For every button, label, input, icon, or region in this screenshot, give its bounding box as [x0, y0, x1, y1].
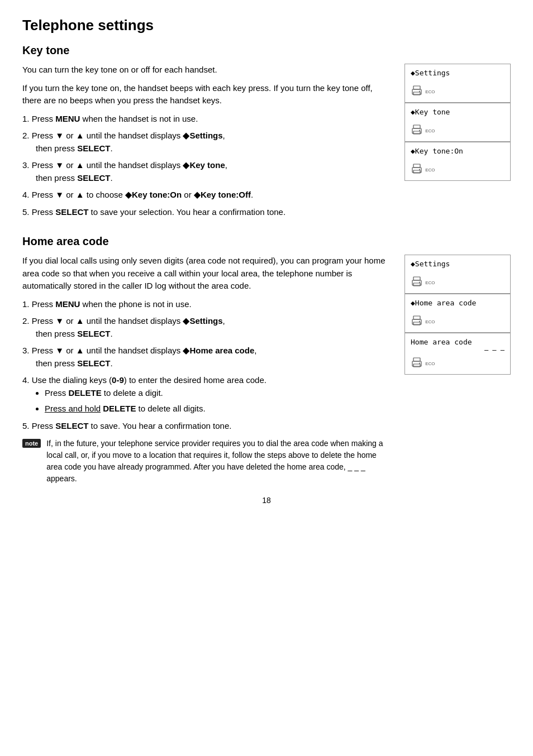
- eco-printer-icon-3: ECO: [411, 164, 435, 176]
- svg-point-19: [419, 321, 420, 322]
- hac-step-2: 2. Press ▼ or ▲ until the handset displa…: [22, 315, 393, 340]
- svg-point-11: [419, 169, 420, 170]
- hac-screen3-line1: Home area code: [411, 338, 505, 346]
- hac-screen2-icon-row: ECO: [411, 315, 505, 328]
- hac-step-5: 5. Press SELECT to save. You hear a conf…: [22, 420, 393, 433]
- hac-bullet-2: Press and hold DELETE to delete all digi…: [45, 403, 393, 415]
- key-tone-screen-1: ◆Settings ECO: [404, 64, 511, 103]
- hac-screen-1: ◆Settings ECO: [404, 255, 511, 294]
- key-tone-step-2: 2. Press ▼ or ▲ until the handset displa…: [22, 130, 393, 155]
- svg-rect-5: [413, 125, 420, 128]
- note-text: If, in the future, your telephone servic…: [46, 438, 393, 485]
- key-tone-steps: 1. Press MENU when the handset is not in…: [22, 113, 393, 219]
- key-tone-screens: ◆Settings ECO ◆Key tone: [404, 64, 511, 181]
- screen1-text: ◆Settings: [411, 69, 505, 77]
- key-tone-content: You can turn the key tone on or off for …: [22, 64, 393, 224]
- step-num: 3.: [22, 346, 32, 355]
- key-tone-heading: Key tone: [22, 44, 511, 57]
- hac-screen3-icon-row: ECO: [411, 357, 505, 370]
- svg-point-15: [419, 282, 420, 283]
- screen3-icon-row: ECO: [411, 164, 505, 176]
- hac-bullets: Press DELETE to delete a digit. Press an…: [45, 387, 393, 415]
- key-tone-screen-3: ◆Key tone:On ECO: [404, 142, 511, 181]
- step-num: 1.: [22, 114, 32, 123]
- hac-screen1-icon-row: ECO: [411, 276, 505, 289]
- svg-rect-1: [413, 86, 420, 89]
- hac-step-3: 3. Press ▼ or ▲ until the handset displa…: [22, 344, 393, 370]
- svg-point-7: [419, 130, 420, 131]
- hac-screen3-line2: — — —: [411, 346, 505, 354]
- step-num: 4.: [22, 375, 32, 385]
- svg-point-23: [419, 363, 420, 364]
- screen2-text: ◆Key tone: [411, 108, 505, 116]
- home-area-code-heading: Home area code: [22, 235, 511, 248]
- page-title: Telephone settings: [22, 17, 511, 34]
- note-label: note: [22, 439, 41, 448]
- eco-printer-icon-1: ECO: [411, 85, 435, 98]
- hac-screen-2: ◆Home area code ECO: [404, 294, 511, 333]
- step-num: 2.: [22, 316, 32, 326]
- key-tone-step-5: 5. Press SELECT to save your selection. …: [22, 206, 393, 219]
- key-tone-section: Key tone You can turn the key tone on or…: [22, 44, 511, 224]
- screen2-icon-row: ECO: [411, 125, 505, 137]
- hac-screen-3: Home area code — — — ECO: [404, 333, 511, 375]
- svg-rect-13: [413, 277, 420, 280]
- hac-screen1-text: ◆Settings: [411, 260, 505, 268]
- home-area-code-content: If you dial local calls using only seven…: [22, 255, 393, 485]
- screen3-text: ◆Key tone:On: [411, 147, 505, 155]
- step-num: 2.: [22, 131, 32, 140]
- step-num: 5.: [22, 421, 32, 430]
- menu-bold: MENU: [55, 114, 80, 123]
- home-area-code-para1: If you dial local calls using only seven…: [22, 255, 393, 293]
- hac-bullet-1: Press DELETE to delete a digit.: [45, 387, 393, 400]
- eco-printer-icon-4: ECO: [411, 276, 435, 289]
- note-box: note If, in the future, your telephone s…: [22, 438, 393, 485]
- eco-printer-icon-5: ECO: [411, 315, 435, 328]
- home-area-code-section: Home area code If you dial local calls u…: [22, 235, 511, 485]
- hac-screen2-text: ◆Home area code: [411, 299, 505, 307]
- step-num: 3.: [22, 160, 32, 170]
- key-tone-para2: If you turn the key tone on, the handset…: [22, 82, 393, 107]
- svg-rect-17: [413, 316, 420, 319]
- eco-printer-icon-2: ECO: [411, 125, 435, 137]
- eco-printer-icon-6: ECO: [411, 357, 435, 370]
- home-area-code-screens: ◆Settings ECO ◆Home area code: [404, 255, 511, 375]
- screen1-icon-row: ECO: [411, 85, 505, 98]
- key-tone-step-4: 4. Press ▼ or ▲ to choose ◆Key tone:On o…: [22, 189, 393, 202]
- svg-point-3: [419, 91, 420, 92]
- hac-step-4: 4. Use the dialing keys (0-9) to enter t…: [22, 374, 393, 415]
- step-num: 4.: [22, 190, 32, 199]
- svg-rect-9: [413, 164, 420, 168]
- key-tone-para1: You can turn the key tone on or off for …: [22, 64, 393, 76]
- home-area-code-steps: 1. Press MENU when the phone is not in u…: [22, 298, 393, 433]
- step-num: 1.: [22, 299, 32, 309]
- step-num: 5.: [22, 207, 32, 217]
- svg-rect-21: [413, 358, 420, 361]
- page-number: 18: [22, 496, 511, 505]
- key-tone-screen-2: ◆Key tone ECO: [404, 103, 511, 142]
- hac-step-1: 1. Press MENU when the phone is not in u…: [22, 298, 393, 311]
- key-tone-step-1: 1. Press MENU when the handset is not in…: [22, 113, 393, 126]
- key-tone-step-3: 3. Press ▼ or ▲ until the handset displa…: [22, 159, 393, 184]
